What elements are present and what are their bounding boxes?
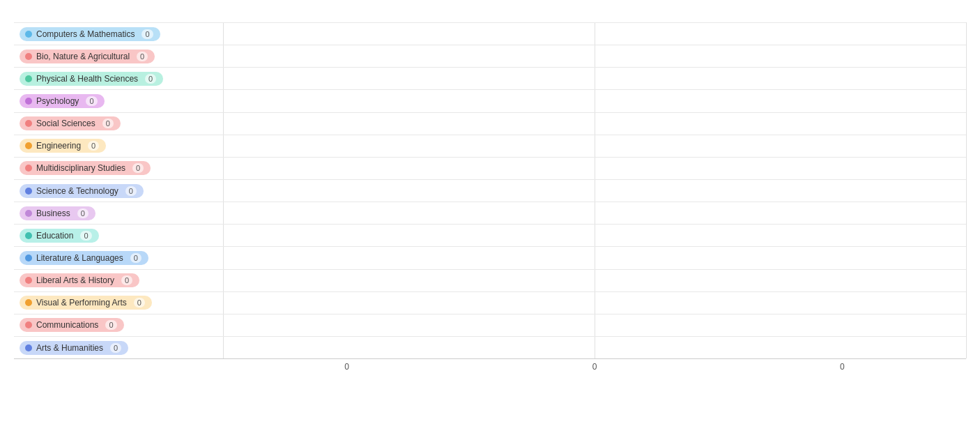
x-label-2: 0 bbox=[719, 362, 966, 372]
value-badge-engineering: 0 bbox=[88, 141, 99, 151]
dot-communications bbox=[25, 321, 32, 328]
dot-computers bbox=[25, 31, 32, 38]
bar-row-science: Science & Technology 0 bbox=[14, 179, 966, 202]
bar-label-wrap-multi: Multidisciplinary Studies 0 bbox=[14, 161, 223, 175]
x-axis: 000 bbox=[14, 362, 966, 372]
bar-label-wrap-liberal: Liberal Arts & History 0 bbox=[14, 273, 223, 287]
bar-label-wrap-visual: Visual & Performing Arts 0 bbox=[14, 296, 223, 310]
chart-area: Computers & Mathematics 0 Bio, Nature & … bbox=[14, 22, 966, 372]
bar-label-text-business: Business bbox=[36, 208, 70, 218]
bar-label-wrap-science: Science & Technology 0 bbox=[14, 184, 223, 198]
value-badge-literature: 0 bbox=[130, 253, 141, 263]
dot-multi bbox=[25, 165, 32, 172]
grid-line-2 bbox=[966, 22, 967, 358]
bar-row-engineering: Engineering 0 bbox=[14, 135, 966, 157]
bar-label-text-computers: Computers & Mathematics bbox=[36, 29, 135, 39]
bar-row-education: Education 0 bbox=[14, 224, 966, 246]
bar-label-pill-social: Social Sciences 0 bbox=[20, 116, 121, 130]
bar-label-pill-computers: Computers & Mathematics 0 bbox=[20, 27, 160, 41]
bar-label-text-education: Education bbox=[36, 231, 73, 241]
bar-label-text-psychology: Psychology bbox=[36, 96, 79, 106]
bar-label-pill-engineering: Engineering 0 bbox=[20, 139, 106, 153]
bar-label-pill-science: Science & Technology 0 bbox=[20, 184, 144, 198]
bar-label-pill-psychology: Psychology 0 bbox=[20, 94, 105, 108]
bars-section: Computers & Mathematics 0 Bio, Nature & … bbox=[14, 22, 966, 359]
bar-label-wrap-communications: Communications 0 bbox=[14, 318, 223, 332]
bar-label-wrap-physical: Physical & Health Sciences 0 bbox=[14, 72, 223, 86]
bar-track-communications bbox=[223, 316, 966, 335]
bar-label-text-multi: Multidisciplinary Studies bbox=[36, 163, 125, 173]
bar-label-wrap-computers: Computers & Mathematics 0 bbox=[14, 27, 223, 41]
bar-label-wrap-business: Business 0 bbox=[14, 206, 223, 220]
bar-label-wrap-engineering: Engineering 0 bbox=[14, 139, 223, 153]
bar-track-education bbox=[223, 226, 966, 245]
bar-track-computers bbox=[223, 24, 966, 43]
value-badge-bio: 0 bbox=[137, 52, 148, 61]
bar-track-science bbox=[223, 181, 966, 200]
value-badge-psychology: 0 bbox=[86, 96, 97, 106]
bar-track-multi bbox=[223, 159, 966, 178]
bar-row-liberal: Liberal Arts & History 0 bbox=[14, 269, 966, 291]
dot-liberal bbox=[25, 277, 32, 284]
chart-container: Computers & Mathematics 0 Bio, Nature & … bbox=[0, 0, 980, 440]
value-badge-multi: 0 bbox=[132, 163, 144, 173]
dot-literature bbox=[25, 255, 32, 261]
bar-label-text-bio: Bio, Nature & Agricultural bbox=[36, 52, 130, 61]
value-badge-science: 0 bbox=[125, 186, 137, 196]
dot-arts bbox=[25, 344, 32, 351]
bar-label-text-engineering: Engineering bbox=[36, 141, 81, 151]
bar-label-text-literature: Literature & Languages bbox=[36, 253, 123, 263]
value-badge-communications: 0 bbox=[105, 320, 116, 330]
bar-label-text-liberal: Liberal Arts & History bbox=[36, 275, 114, 285]
bar-track-visual bbox=[223, 294, 966, 312]
bar-track-business bbox=[223, 204, 966, 222]
bar-label-text-communications: Communications bbox=[36, 320, 98, 330]
value-badge-education: 0 bbox=[80, 231, 91, 241]
bar-label-pill-bio: Bio, Nature & Agricultural 0 bbox=[20, 50, 155, 63]
bar-label-wrap-psychology: Psychology 0 bbox=[14, 94, 223, 108]
bar-row-social: Social Sciences 0 bbox=[14, 112, 966, 135]
value-badge-business: 0 bbox=[77, 208, 89, 218]
bar-label-pill-education: Education 0 bbox=[20, 229, 99, 243]
bar-label-pill-visual: Visual & Performing Arts 0 bbox=[20, 296, 152, 310]
bar-label-pill-literature: Literature & Languages 0 bbox=[20, 251, 148, 265]
bar-row-bio: Bio, Nature & Agricultural 0 bbox=[14, 45, 966, 67]
dot-physical bbox=[25, 75, 32, 82]
bar-track-liberal bbox=[223, 271, 966, 290]
bar-label-text-arts: Arts & Humanities bbox=[36, 343, 103, 353]
bar-track-physical bbox=[223, 69, 966, 88]
bar-label-text-physical: Physical & Health Sciences bbox=[36, 74, 138, 84]
bar-row-business: Business 0 bbox=[14, 202, 966, 224]
dot-social bbox=[25, 120, 32, 127]
dot-engineering bbox=[25, 142, 32, 149]
bar-label-wrap-social: Social Sciences 0 bbox=[14, 116, 223, 130]
bar-label-text-science: Science & Technology bbox=[36, 186, 118, 196]
dot-bio bbox=[25, 53, 32, 60]
bar-label-wrap-bio: Bio, Nature & Agricultural 0 bbox=[14, 50, 223, 63]
bar-label-pill-communications: Communications 0 bbox=[20, 318, 124, 332]
bar-track-bio bbox=[223, 47, 966, 66]
bar-label-text-visual: Visual & Performing Arts bbox=[36, 298, 127, 308]
bar-label-wrap-arts: Arts & Humanities 0 bbox=[14, 341, 223, 355]
bar-track-social bbox=[223, 114, 966, 133]
bar-label-text-social: Social Sciences bbox=[36, 119, 95, 128]
bar-row-literature: Literature & Languages 0 bbox=[14, 246, 966, 268]
bar-row-communications: Communications 0 bbox=[14, 314, 966, 336]
value-badge-liberal: 0 bbox=[121, 275, 132, 285]
value-badge-arts: 0 bbox=[110, 343, 121, 353]
dot-visual bbox=[25, 299, 32, 306]
bar-label-wrap-literature: Literature & Languages 0 bbox=[14, 251, 223, 265]
bar-row-computers: Computers & Mathematics 0 bbox=[14, 22, 966, 45]
x-label-1: 0 bbox=[470, 362, 718, 372]
x-label-0: 0 bbox=[223, 362, 470, 372]
value-badge-visual: 0 bbox=[134, 298, 145, 308]
dot-education bbox=[25, 232, 32, 239]
dot-psychology bbox=[25, 98, 32, 105]
bar-label-pill-physical: Physical & Health Sciences 0 bbox=[20, 72, 163, 86]
bar-row-psychology: Psychology 0 bbox=[14, 89, 966, 112]
bar-row-visual: Visual & Performing Arts 0 bbox=[14, 291, 966, 314]
bar-track-engineering bbox=[223, 137, 966, 155]
bar-track-arts bbox=[223, 338, 966, 357]
dot-science bbox=[25, 188, 32, 195]
bar-label-wrap-education: Education 0 bbox=[14, 229, 223, 243]
